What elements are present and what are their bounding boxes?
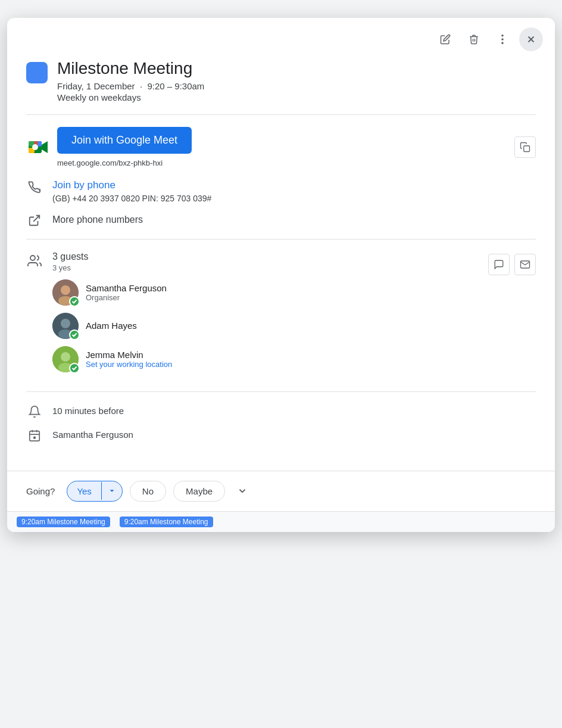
svg-point-22: [61, 352, 70, 362]
guest-avatar-0: [52, 279, 79, 306]
svg-point-2: [501, 42, 504, 45]
calendar-owner-label: Samantha Ferguson: [52, 430, 133, 440]
event-title-row: Milestone Meeting Friday, 1 December · 9…: [26, 58, 536, 102]
guest-avatar-2: [52, 346, 79, 372]
yes-button[interactable]: Yes: [67, 481, 101, 501]
yes-button-group: Yes: [67, 481, 122, 502]
guest-details-1: Adam Hayes: [86, 321, 137, 331]
event-modal: Milestone Meeting Friday, 1 December · 9…: [7, 18, 555, 532]
guest-item: Samantha Ferguson Organiser: [52, 279, 479, 306]
copy-meet-link-button[interactable]: [514, 136, 536, 158]
meet-section: Join with Google Meet meet.google.com/bx…: [26, 127, 536, 167]
avatar-check-1: [69, 329, 80, 340]
join-phone-link[interactable]: Join by phone: [52, 179, 536, 191]
event-info: Milestone Meeting Friday, 1 December · 9…: [57, 58, 204, 102]
more-phones-row[interactable]: More phone numbers: [26, 213, 536, 227]
svg-rect-12: [524, 145, 530, 151]
set-working-location-link[interactable]: Set your working location: [86, 360, 172, 369]
phone-number: (GB) +44 20 3937 0820 PIN: 925 703 039#: [52, 194, 536, 203]
svg-line-13: [33, 215, 39, 221]
modal-body: Milestone Meeting Friday, 1 December · 9…: [7, 56, 555, 461]
divider-1: [26, 114, 536, 115]
notification-label: 10 minutes before: [52, 406, 124, 416]
no-button[interactable]: No: [130, 481, 166, 502]
external-link-icon: [26, 214, 43, 227]
svg-rect-24: [30, 431, 40, 441]
svg-point-14: [30, 256, 35, 260]
svg-point-16: [61, 285, 70, 295]
guest-details-0: Samantha Ferguson Organiser: [86, 283, 167, 302]
svg-point-1: [501, 38, 504, 41]
guests-actions: [488, 254, 536, 275]
close-button[interactable]: [519, 27, 543, 51]
event-date: Friday, 1 December · 9:20 – 9:30am: [57, 81, 204, 91]
notification-row: 10 minutes before: [26, 404, 536, 418]
event-title: Milestone Meeting: [57, 58, 204, 79]
going-label: Going?: [26, 486, 55, 496]
svg-rect-10: [38, 141, 42, 147]
join-meet-button[interactable]: Join with Google Meet: [57, 127, 192, 154]
calendar-owner-row: Samantha Ferguson: [26, 428, 536, 442]
maybe-button[interactable]: Maybe: [173, 481, 225, 502]
svg-point-19: [61, 319, 70, 328]
svg-point-11: [32, 144, 38, 150]
meet-icon: [26, 135, 50, 159]
yes-dropdown-button[interactable]: [101, 482, 122, 500]
guests-icon: [26, 254, 43, 268]
guest-name-1: Adam Hayes: [86, 321, 137, 331]
guests-count: 3 guests: [52, 251, 479, 262]
svg-marker-6: [42, 141, 48, 153]
phone-content: Join by phone (GB) +44 20 3937 0820 PIN:…: [52, 179, 536, 203]
bottom-event-2[interactable]: 9:20am Milestone Meeting: [120, 517, 213, 527]
guest-item: Adam Hayes: [52, 313, 479, 339]
bell-icon: [26, 405, 43, 418]
divider-3: [26, 391, 536, 392]
guest-avatar-1: [52, 313, 79, 339]
bottom-calendar-strip: 9:20am Milestone Meeting 9:20am Mileston…: [7, 511, 555, 532]
calendar-icon: [26, 429, 43, 442]
guest-name-2: Jemma Melvin: [86, 350, 172, 360]
guests-info: 3 guests 3 yes: [52, 251, 479, 379]
phone-icon: [26, 181, 43, 194]
modal-footer: Going? Yes No Maybe: [7, 471, 555, 511]
guests-yes: 3 yes: [52, 263, 479, 272]
delete-button[interactable]: [462, 27, 486, 51]
event-recurrence: Weekly on weekdays: [57, 92, 204, 102]
meet-info: Join with Google Meet meet.google.com/bx…: [57, 127, 507, 167]
svg-point-28: [34, 437, 36, 438]
phone-section: Join by phone (GB) +44 20 3937 0820 PIN:…: [26, 179, 536, 203]
modal-header-actions: [7, 18, 555, 56]
guest-role-0: Organiser: [86, 293, 167, 302]
more-rsvp-button[interactable]: [232, 483, 252, 499]
bottom-event-1[interactable]: 9:20am Milestone Meeting: [17, 517, 110, 527]
avatar-check-2: [69, 363, 80, 374]
edit-button[interactable]: [433, 27, 457, 51]
event-color-dot: [26, 62, 48, 83]
guest-item: Jemma Melvin Set your working location: [52, 346, 479, 372]
guest-details-2: Jemma Melvin Set your working location: [86, 350, 172, 369]
divider-2: [26, 239, 536, 239]
guests-section: 3 guests 3 yes: [26, 251, 536, 379]
chat-guests-button[interactable]: [488, 254, 510, 275]
avatar-check-0: [69, 296, 80, 307]
more-options-button[interactable]: [491, 27, 514, 51]
meet-link: meet.google.com/bxz-phkb-hxi: [57, 158, 507, 167]
guest-name-0: Samantha Ferguson: [86, 283, 167, 293]
calendar-background: Milestone Meeting Friday, 1 December · 9…: [0, 0, 562, 728]
more-phones-label[interactable]: More phone numbers: [52, 214, 143, 225]
svg-point-0: [501, 35, 504, 37]
email-guests-button[interactable]: [514, 254, 536, 275]
